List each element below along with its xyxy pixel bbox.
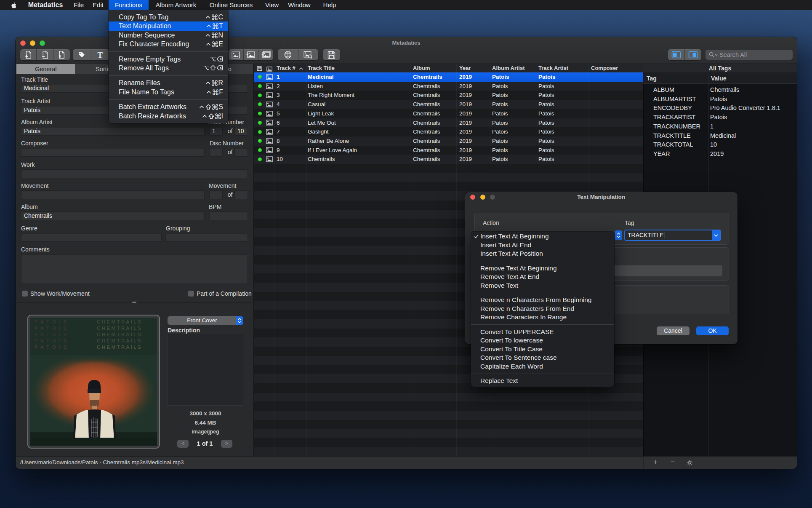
svg-text:PATOIS: PATOIS: [35, 345, 69, 350]
svg-text:PATOIS: PATOIS: [35, 319, 69, 324]
svg-text:PATOIS: PATOIS: [35, 326, 69, 331]
svg-text:PATOIS: PATOIS: [35, 338, 69, 343]
svg-text:CHEMTRAILS: CHEMTRAILS: [97, 319, 142, 324]
svg-text:PATOIS: PATOIS: [35, 332, 69, 337]
svg-text:CHEMTRAILS: CHEMTRAILS: [97, 345, 142, 350]
svg-text:CHEMTRAILS: CHEMTRAILS: [97, 338, 142, 343]
svg-text:CHEMTRAILS: CHEMTRAILS: [97, 332, 142, 337]
svg-text:CHEMTRAILS: CHEMTRAILS: [97, 326, 142, 331]
